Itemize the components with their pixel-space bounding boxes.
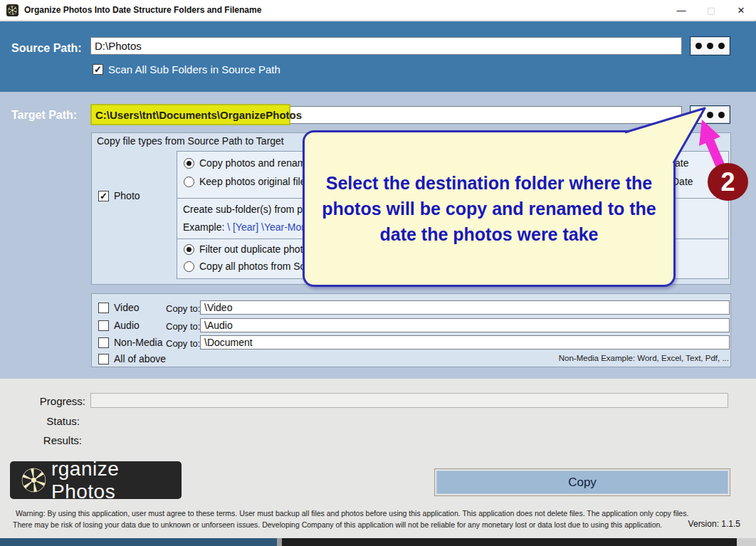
audio-checkbox[interactable] (98, 320, 109, 331)
scan-subfolders-label: Scan All Sub Folders in Source Path (108, 63, 280, 75)
photo-checkbox-row: ✓ Photo (98, 190, 140, 201)
copy-all-radio[interactable] (184, 261, 194, 272)
window-title: Organize Photos Into Date Structure Fold… (24, 5, 261, 15)
dot-icon (718, 112, 725, 118)
nonmedia-path-value: \Document (204, 337, 253, 348)
rename-radio-label-fragment: ate (675, 157, 688, 169)
keep-name-radio[interactable] (184, 177, 194, 187)
audio-checkbox-label: Audio (114, 320, 140, 331)
video-path-input[interactable]: \Video (200, 300, 730, 315)
close-button[interactable]: ✕ (726, 0, 756, 20)
strip-corner-segment (737, 538, 756, 546)
all-of-above-row: All of above (98, 353, 166, 364)
aperture-icon (8, 6, 17, 15)
photo-checkbox[interactable]: ✓ (98, 191, 109, 201)
copy-button[interactable]: Copy (434, 468, 730, 496)
strip-blue-segment (0, 538, 277, 546)
example-label: Example: (183, 221, 224, 233)
source-path-label: Source Path: (11, 42, 82, 55)
strip-gray-segment (277, 538, 282, 546)
status-label: Status: (14, 415, 80, 427)
source-browse-button[interactable] (690, 36, 730, 56)
app-logo: rganize Photos (10, 461, 182, 499)
audio-row: Audio (98, 320, 140, 331)
source-path-input[interactable]: D:\Photos (90, 37, 682, 55)
app-icon (6, 4, 19, 16)
progress-bar (90, 393, 728, 408)
bottom-edge-strip (0, 538, 756, 546)
callout-text: Select the destination folder where the … (320, 170, 658, 248)
source-path-value: D:\Photos (95, 40, 142, 52)
video-copyto-label: Copy to: (166, 303, 200, 314)
rename-radio[interactable] (184, 158, 194, 169)
filter-duplicates-radio[interactable] (184, 244, 194, 255)
scan-subfolders-checkbox[interactable]: ✓ (93, 64, 103, 75)
logo-text: rganize Photos (51, 458, 182, 503)
progress-label: Progress: (14, 395, 85, 407)
audio-copyto-label: Copy to: (166, 321, 200, 332)
dot-icon (695, 43, 702, 49)
target-browse-button[interactable] (690, 105, 730, 124)
all-of-above-checkbox[interactable] (98, 354, 109, 364)
title-bar: Organize Photos Into Date Structure Fold… (0, 0, 756, 21)
target-path-highlight: C:\Users\tnt\Documents\OrganizePhotos (90, 104, 290, 125)
nonmedia-note: Non-Media Example: Word, Excel, Text, Pd… (441, 354, 729, 362)
video-checkbox-label: Video (114, 302, 140, 313)
nonmedia-path-input[interactable]: \Document (200, 335, 730, 350)
nonmedia-checkbox-label: Non-Media (114, 337, 162, 348)
version-label: Version: 1.1.5 (669, 519, 740, 529)
photo-checkbox-label: Photo (114, 190, 140, 201)
audio-path-input[interactable]: \Audio (200, 318, 730, 332)
target-path-value: C:\Users\tnt\Documents\OrganizePhotos (95, 109, 302, 121)
warning-line-2: There may be risk of losing your data du… (13, 520, 675, 529)
target-path-label: Target Path: (11, 109, 77, 122)
scan-subfolders-row: ✓ Scan All Sub Folders in Source Path (93, 63, 280, 75)
nonmedia-copyto-label: Copy to: (166, 338, 200, 349)
source-section (0, 21, 756, 92)
dot-icon (695, 112, 702, 118)
minimize-button[interactable]: — (666, 0, 696, 20)
window-controls: — ▢ ✕ (666, 0, 756, 20)
audio-path-value: \Audio (204, 320, 233, 331)
strip-dark-segment (282, 538, 737, 546)
video-checkbox[interactable] (98, 303, 109, 313)
photo-group-header: Copy file types from Source Path to Targ… (97, 135, 284, 147)
video-path-value: \Video (204, 302, 232, 313)
step-2-badge: 2 (708, 163, 748, 201)
all-of-above-label: All of above (114, 353, 166, 364)
results-label: Results: (14, 434, 82, 446)
dot-icon (707, 43, 713, 49)
video-row: Video (98, 302, 140, 313)
aperture-icon (21, 467, 46, 493)
dot-icon (707, 112, 713, 118)
callout-bubble: Select the destination folder where the … (303, 130, 676, 287)
maximize-button: ▢ (696, 0, 726, 20)
dot-icon (718, 43, 725, 49)
warning-line-1: Warning: By using this application, user… (16, 509, 735, 518)
nonmedia-row: Non-Media (98, 337, 162, 348)
app-window: Organize Photos Into Date Structure Fold… (0, 0, 756, 546)
nonmedia-checkbox[interactable] (98, 337, 109, 348)
